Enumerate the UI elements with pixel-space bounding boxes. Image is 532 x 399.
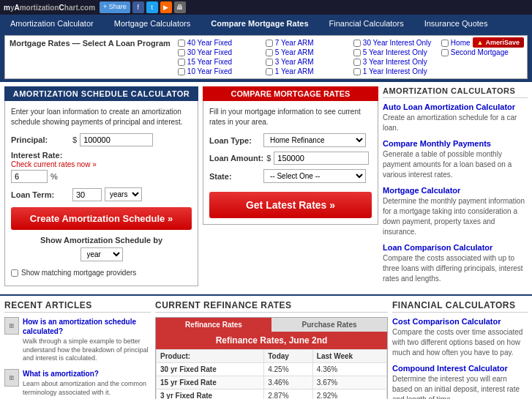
- twitter-icon[interactable]: t: [146, 1, 158, 13]
- rate-30yr[interactable]: 30 Year Fixed: [178, 48, 258, 56]
- article-desc-2: Learn about amortization and the common …: [23, 380, 151, 397]
- rate-15yr[interactable]: 15 Year Fixed: [178, 58, 258, 66]
- loan-term-input[interactable]: [72, 188, 102, 201]
- amort-calculators-title: Amortization Calculators: [383, 86, 528, 98]
- compare-panel-header: Compare Mortgage Rates: [203, 86, 378, 101]
- recent-articles-title: Recent Articles: [4, 300, 151, 313]
- last-week-3: 2.92%: [312, 389, 386, 400]
- loan-comparison-link[interactable]: Loan Comparison Calculator: [383, 243, 528, 252]
- article-link-2[interactable]: What is amortization?: [23, 369, 151, 379]
- interest-rate-input[interactable]: [11, 170, 48, 183]
- rate-7arm[interactable]: 7 Year ARM: [266, 39, 346, 47]
- bottom-area: Recent Articles 🖹 How is an amortization…: [0, 294, 532, 399]
- today-2: 3.46%: [264, 376, 313, 389]
- loan-term-label: Loan Term:: [11, 190, 70, 199]
- mortgage-calc-link[interactable]: Mortgage Calculator: [383, 186, 528, 195]
- auto-loan-link[interactable]: Auto Loan Amortization Calculator: [383, 102, 528, 111]
- loan-type-label: Loan Type:: [209, 136, 261, 145]
- principal-label: Principal:: [11, 135, 70, 144]
- interest-row: %: [11, 170, 192, 183]
- rates-columns: 40 Year Fixed 30 Year Fixed 15 Year Fixe…: [178, 39, 522, 75]
- amerisave-badge[interactable]: ▲ AmeriSave: [473, 37, 524, 48]
- nav-financial-calc[interactable]: Financial Calculators: [319, 15, 414, 32]
- check-rates-link[interactable]: Check current rates now »: [11, 160, 97, 168]
- article-item-1: 🖹 How is an amortization schedule calcul…: [4, 317, 151, 363]
- rate-40yr[interactable]: 40 Year Fixed: [178, 39, 258, 47]
- rate-1io[interactable]: 1 Year Interest Only: [353, 67, 434, 75]
- print-icon[interactable]: 🖶: [174, 1, 186, 13]
- loan-type-select[interactable]: Home Refinance Home Purchase Home Equity: [263, 133, 366, 147]
- last-week-2: 3.67%: [312, 376, 386, 389]
- tab-purchase[interactable]: Purchase Rates: [271, 318, 387, 332]
- tab-refinance[interactable]: Refinance Rates: [156, 318, 271, 332]
- show-by-label: Show Amortization Schedule by: [11, 236, 192, 245]
- amort-calculators-panel: Amortization Calculators Auto Loan Amort…: [383, 86, 528, 290]
- show-by-select[interactable]: year month: [80, 247, 123, 261]
- nav-compare-rates[interactable]: Compare Mortgage Rates: [201, 15, 318, 32]
- refi-rates-title: Current Refinance Rates: [155, 300, 388, 313]
- loan-amount-input[interactable]: [274, 152, 369, 165]
- amort-panel-body: Enter your loan information to create an…: [4, 101, 198, 286]
- state-label: State:: [209, 172, 261, 181]
- rate-3arm[interactable]: 3 Year ARM: [266, 58, 346, 66]
- rss-icon[interactable]: ▶: [160, 1, 172, 13]
- today-1: 4.25%: [264, 363, 313, 376]
- auto-loan-desc: Create an amortization schedule for a ca…: [383, 113, 528, 133]
- loan-term-unit-select[interactable]: years: [105, 187, 142, 201]
- article-link-1[interactable]: How is an amortization schedule calculat…: [23, 317, 151, 336]
- get-rates-btn[interactable]: Get Latest Rates »: [209, 192, 372, 218]
- facebook-icon[interactable]: f: [132, 1, 144, 13]
- interest-suffix: %: [50, 172, 58, 181]
- show-providers-row: Show matching mortgage providers: [11, 266, 192, 280]
- show-providers-checkbox[interactable]: [11, 269, 18, 277]
- main-content: Amortization Schedule Calculator Enter y…: [0, 82, 532, 294]
- rates-col-3: 30 Year Interest Only 5 Year Interest On…: [353, 39, 434, 75]
- today-3: 2.87%: [264, 389, 313, 400]
- principal-row: Principal: $: [11, 133, 192, 146]
- rates-table: Product: Today Last Week 30 yr Fixed Rat…: [156, 349, 387, 399]
- compare-panel-body: Fill in your mortgage information to see…: [203, 101, 378, 225]
- nav-mortgage-calc[interactable]: Mortgage Calculators: [104, 15, 201, 32]
- table-row: 3 yr Fixed Rate 2.87% 2.92%: [157, 389, 387, 400]
- rate-10yr[interactable]: 10 Year Fixed: [178, 67, 258, 75]
- amort-desc: Enter your loan information to create an…: [11, 107, 192, 127]
- main-nav: Amortization Calculator Mortgage Calcula…: [0, 15, 532, 32]
- last-week-1: 4.36%: [312, 363, 386, 376]
- rate-2nd-mort[interactable]: Second Mortgage: [441, 48, 522, 56]
- top-bar: myAmortizationChart.com + Share f t ▶ 🖶: [0, 0, 532, 15]
- nav-insurance[interactable]: Insurance Quotes: [414, 15, 498, 32]
- product-3: 3 yr Fixed Rate: [157, 389, 264, 400]
- article-content-2: What is amortization? Learn about amorti…: [23, 369, 151, 397]
- nav-amort-calc[interactable]: Amortization Calculator: [0, 15, 104, 32]
- site-name: myAmortizationChart.com: [4, 4, 95, 12]
- rates-table-container: Refinance Rates Purchase Rates Refinance…: [155, 317, 388, 399]
- share-button[interactable]: + Share: [100, 1, 130, 13]
- compound-interest-link[interactable]: Compound Interest Calculator: [392, 364, 528, 373]
- principal-input[interactable]: [80, 133, 153, 146]
- rate-1arm[interactable]: 1 Year ARM: [266, 67, 346, 75]
- rates-bar: Mortgage Rates — Select A Loan Program 4…: [0, 32, 532, 82]
- today-col-header: Today: [264, 350, 313, 363]
- interest-rate-section: Interest Rate: Check current rates now »…: [11, 151, 192, 183]
- loan-type-row: Loan Type: Home Refinance Home Purchase …: [209, 133, 372, 147]
- rate-30io[interactable]: 30 Year Interest Only: [353, 39, 434, 47]
- cost-comparison-desc: Compare the costs over time associated w…: [392, 327, 528, 358]
- state-select[interactable]: -- Select One -- AlabamaAlaskaArizona Ca…: [263, 169, 366, 183]
- compound-interest-desc: Determine the interest you will earn bas…: [392, 374, 528, 399]
- social-icons: + Share f t ▶ 🖶: [100, 1, 186, 13]
- rates-col-1: 40 Year Fixed 30 Year Fixed 15 Year Fixe…: [178, 39, 258, 75]
- amort-panel-header: Amortization Schedule Calculator: [4, 86, 198, 101]
- article-icon-2: 🖹: [4, 369, 19, 387]
- rate-5io[interactable]: 5 Year Interest Only: [353, 48, 434, 56]
- mortgage-calc-desc: Determine the monthly payment informatio…: [383, 196, 528, 237]
- rate-5arm[interactable]: 5 Year ARM: [266, 48, 346, 56]
- cost-comparison-link[interactable]: Cost Comparison Calculator: [392, 317, 528, 326]
- refi-rates-section: Current Refinance Rates Refinance Rates …: [155, 300, 388, 399]
- compare-payments-link[interactable]: Compare Monthly Payments: [383, 139, 528, 148]
- loan-term-row: Loan Term: years: [11, 187, 192, 201]
- article-desc-1: Walk through a simple example to better …: [23, 338, 151, 363]
- rate-3io[interactable]: 3 Year Interest Only: [353, 58, 434, 66]
- show-by-section: Show Amortization Schedule by year month: [11, 236, 192, 261]
- create-amort-btn[interactable]: Create Amortization Schedule »: [11, 207, 192, 230]
- rates-tabs: Refinance Rates Purchase Rates: [156, 318, 387, 332]
